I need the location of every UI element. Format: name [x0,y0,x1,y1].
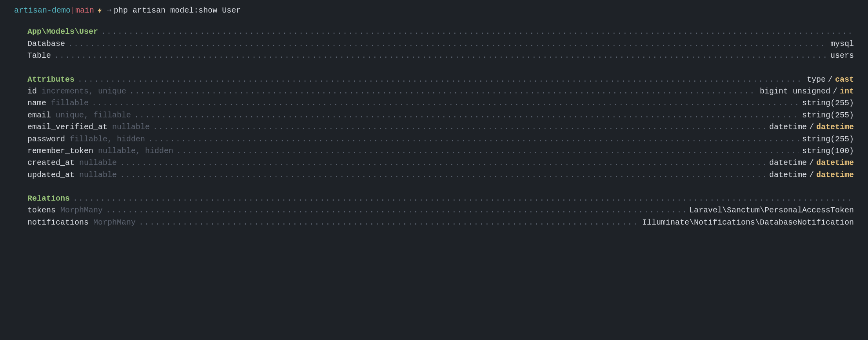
attr-right: datetime/datetime [766,157,854,169]
relation-type: MorphMany [93,218,136,227]
attr-type: string(255) [802,99,854,108]
relations-heading: Relations [27,193,73,205]
database-value: mysql [827,38,854,50]
attribute-row: password fillable, hiddenstring(255) [27,133,854,145]
header-type: type [807,75,826,84]
relations-header: Relations [27,193,854,205]
dot-leader [73,193,854,205]
relation-row: notifications MorphManyIlluminate\Notifi… [27,217,854,228]
attr-name: password [27,135,65,144]
table-row-info: Table users [27,50,854,62]
dot-leader [101,26,854,38]
attr-cast: datetime [816,170,854,179]
dot-leader [139,217,639,228]
attribute-row: id increments, uniquebigint unsigned/int [27,86,854,97]
attr-name: id [27,87,37,96]
attribute-row: remember_token nullable, hiddenstring(10… [27,145,854,157]
attr-type: string(255) [802,111,854,120]
prompt-dir: artisan-demo [14,5,71,16]
relation-name: notifications [27,218,89,227]
attribute-row: email unique, fillablestring(255) [27,110,854,121]
dot-leader [134,110,799,121]
attr-type: datetime [769,122,807,132]
relation-target: Illuminate\Notifications\DatabaseNotific… [639,217,854,228]
attr-name: email [27,111,51,120]
attr-type: datetime [769,158,807,167]
attribute-row: email_verified_at nullabledatetime/datet… [27,121,854,133]
prompt-sep: | [71,5,75,16]
dot-leader [92,97,799,109]
dot-leader [120,157,766,169]
attr-flags: nullable [112,122,150,132]
table-label: Table [27,50,54,62]
prompt-command: php artisan model:show User [114,5,241,16]
attr-flags: fillable [51,99,89,108]
dot-leader [176,145,799,157]
lightning-icon [96,5,104,16]
table-value: users [827,50,854,62]
attr-cast: datetime [816,122,854,132]
relation-name: tokens [27,206,56,215]
shell-prompt[interactable]: artisan-demo|main ⇒ php artisan model:sh… [14,5,854,16]
attr-cast: int [840,87,854,96]
relation-target: Laravel\Sanctum\PersonalAccessToken [686,205,854,216]
attribute-row: name fillablestring(255) [27,97,854,109]
attr-name: name [27,99,46,108]
database-label: Database [27,38,68,50]
model-class-row: App\Models\User [27,26,854,38]
attr-flags: fillable, hidden [70,135,145,144]
relation-row: tokens MorphManyLaravel\Sanctum\Personal… [27,205,854,216]
attr-flags: nullable, hidden [98,146,173,155]
attributes-heading: Attributes [27,74,78,86]
header-cast: cast [835,75,854,84]
attr-cast: datetime [816,158,854,167]
attr-flags: nullable [79,170,117,179]
attr-type: datetime [769,170,807,179]
attr-right: bigint unsigned/int [757,86,854,97]
attr-name: remember_token [27,146,93,155]
attributes-header-right: type/cast [804,74,854,86]
attr-name: updated_at [27,170,74,179]
attr-right: string(255) [799,97,854,109]
attr-type: string(255) [802,135,854,144]
attr-type: string(100) [802,146,854,155]
database-row: Database mysql [27,38,854,50]
attr-flags: nullable [79,158,117,167]
attr-right: string(100) [799,145,854,157]
attribute-row: created_at nullabledatetime/datetime [27,157,854,169]
dot-leader [129,86,757,97]
dot-leader [68,38,827,50]
attr-flags: increments, unique [42,87,126,96]
dot-leader [153,121,766,133]
attr-name: created_at [27,158,74,167]
model-class: App\Models\User [27,26,101,38]
dot-leader [54,50,827,62]
dot-leader [120,169,766,181]
relation-type: MorphMany [60,206,103,215]
dot-leader [148,133,799,145]
attr-flags: unique, fillable [56,111,131,120]
attr-right: datetime/datetime [766,121,854,133]
attr-right: string(255) [799,133,854,145]
prompt-branch: main [75,5,94,16]
attr-type: bigint unsigned [760,87,830,96]
attr-right: datetime/datetime [766,169,854,181]
dot-leader [78,74,804,86]
attributes-header: Attributes type/cast [27,74,854,86]
prompt-arrow: ⇒ [107,5,111,16]
attribute-row: updated_at nullabledatetime/datetime [27,169,854,181]
attr-name: email_verified_at [27,122,107,132]
attr-right: string(255) [799,110,854,121]
dot-leader [106,205,686,216]
